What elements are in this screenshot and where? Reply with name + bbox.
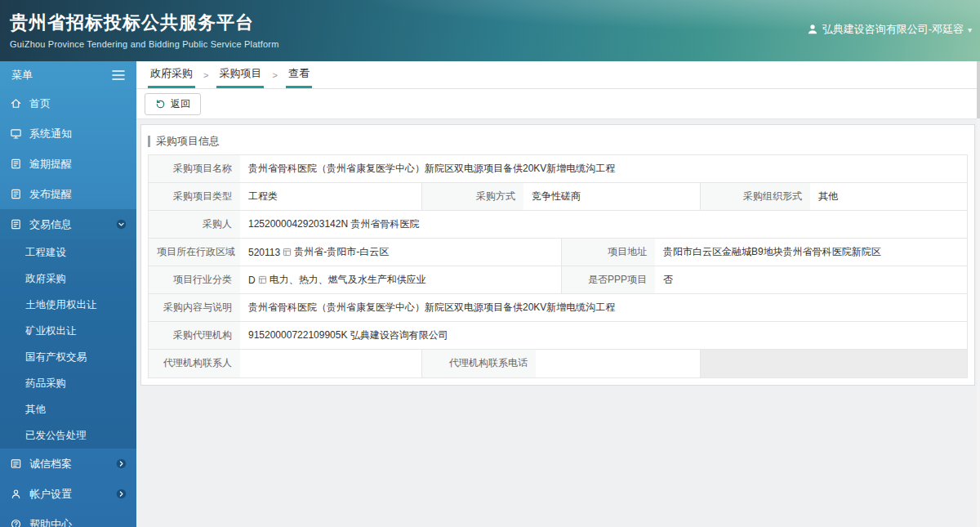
chevron-right-circle-icon: [116, 458, 127, 469]
sidebar-item-label: 首页: [29, 96, 51, 111]
breadcrumb-separator: >: [272, 61, 277, 88]
sidebar-item-label: 发布提醒: [29, 187, 72, 202]
content-description-value: 贵州省骨科医院（贵州省康复医学中心）新院区双电源项目备供20KV新增电缆沟工程: [240, 294, 967, 321]
user-menu[interactable]: 弘典建设咨询有限公司-邓廷容 ▾: [807, 22, 972, 37]
submenu-item-drug-procurement[interactable]: 药品采购: [0, 370, 136, 396]
submenu-item-published-notices[interactable]: 已发公告处理: [0, 422, 136, 449]
chevron-down-circle-icon: [116, 219, 127, 230]
organization-form-value: 其他: [810, 183, 967, 210]
table-row: 采购人 12520000429203142N 贵州省骨科医院: [149, 211, 967, 239]
sidebar-item-label: 帐户设置: [29, 487, 72, 502]
industry-code: D: [248, 275, 256, 286]
app-header: 贵州省招标投标公共服务平台 GuiZhou Province Tendering…: [0, 0, 980, 61]
scrollbar-thumb[interactable]: [977, 61, 980, 118]
industry-value: D 电力、热力、燃气及水生产和供应业: [240, 266, 561, 293]
sidebar-item-credit-archive[interactable]: 诚信档案: [0, 449, 136, 479]
caret-down-icon: ▾: [968, 25, 972, 34]
home-icon: [10, 97, 22, 109]
buyer-value: 12520000429203142N 贵州省骨科医院: [240, 211, 967, 238]
sidebar-item-home[interactable]: 首页: [0, 88, 136, 118]
table-row: 采购项目类型 工程类 采购方式 竞争性磋商 采购组织形式 其他: [149, 183, 967, 211]
help-icon: [10, 518, 22, 527]
breadcrumb-procurement-project[interactable]: 采购项目: [216, 61, 264, 88]
submenu-item-other[interactable]: 其他: [0, 396, 136, 422]
sidebar-item-label: 帮助中心: [29, 517, 72, 527]
sidebar-item-overdue-reminder[interactable]: 逾期提醒: [0, 149, 136, 179]
field-label: 是否PPP项目: [561, 266, 655, 293]
field-label: 采购项目名称: [149, 155, 240, 182]
sidebar-item-label: 系统通知: [29, 127, 72, 141]
project-name-value: 贵州省骨科医院（贵州省康复医学中心）新院区双电源项目备供20KV新增电缆沟工程: [240, 155, 967, 182]
sidebar-item-label: 逾期提醒: [29, 157, 72, 172]
submenu-item-state-property[interactable]: 国有产权交易: [0, 344, 136, 370]
submenu-item-land-use[interactable]: 土地使用权出让: [0, 292, 136, 318]
document-icon: [10, 218, 22, 230]
field-label: 采购代理机构: [149, 322, 240, 349]
title-marker: [148, 136, 150, 147]
industry-text: 电力、热力、燃气及水生产和供应业: [270, 273, 426, 287]
hamburger-icon[interactable]: [112, 69, 125, 81]
submenu-item-engineering[interactable]: 工程建设: [0, 239, 136, 266]
monitor-icon: [10, 127, 22, 140]
sidebar-item-publish-reminder[interactable]: 发布提醒: [0, 179, 136, 209]
back-button[interactable]: 返回: [145, 93, 201, 115]
list-icon: [10, 458, 22, 470]
lookup-icon: [283, 248, 292, 257]
breadcrumb-view[interactable]: 查看: [286, 61, 312, 88]
region-text: 贵州省-贵阳市-白云区: [294, 245, 389, 259]
project-type-value: 工程类: [240, 183, 421, 210]
panel-title: 采购项目信息: [148, 132, 968, 151]
sidebar-item-trade-info[interactable]: 交易信息: [0, 209, 136, 239]
breadcrumb: 政府采购 > 采购项目 > 查看: [136, 61, 980, 89]
table-row: 采购项目名称 贵州省骨科医院（贵州省康复医学中心）新院区双电源项目备供20KV新…: [149, 155, 967, 183]
document-icon: [10, 158, 22, 170]
scrollbar[interactable]: [977, 61, 980, 527]
breadcrumb-gov-procurement[interactable]: 政府采购: [148, 61, 195, 88]
region-code: 520113: [248, 247, 280, 258]
submenu-item-gov-procurement[interactable]: 政府采购: [0, 266, 136, 292]
person-icon: [10, 488, 22, 500]
user-name: 弘典建设咨询有限公司-邓廷容: [822, 22, 964, 37]
field-label: 项目地址: [561, 239, 655, 266]
procurement-method-value: 竞争性磋商: [523, 183, 700, 210]
content: 采购项目信息 采购项目名称 贵州省骨科医院（贵州省康复医学中心）新院区双电源项目…: [136, 119, 980, 527]
sidebar-item-help-center[interactable]: 帮助中心: [0, 509, 136, 527]
trade-info-submenu: 工程建设 政府采购 土地使用权出让 矿业权出让 国有产权交易 药品采购 其他 已…: [0, 239, 136, 449]
field-label: 采购人: [149, 211, 240, 238]
sidebar-item-label: 交易信息: [29, 217, 72, 232]
table-row: 代理机构联系人 代理机构联系电话: [149, 350, 967, 377]
back-button-label: 返回: [171, 97, 190, 111]
table-row: 采购内容与说明 贵州省骨科医院（贵州省康复医学中心）新院区双电源项目备供20KV…: [149, 294, 967, 322]
agency-phone-value: [536, 350, 700, 377]
project-detail-table: 采购项目名称 贵州省骨科医院（贵州省康复医学中心）新院区双电源项目备供20KV新…: [148, 154, 968, 378]
panel-title-text: 采购项目信息: [156, 134, 220, 149]
field-label: 采购项目类型: [149, 183, 240, 210]
sidebar-item-label: 诚信档案: [29, 457, 72, 471]
sidebar: 菜单 首页 系统通知 逾期提醒 发: [0, 61, 136, 527]
field-label: 代理机构联系人: [149, 350, 240, 377]
field-label: 代理机构联系电话: [421, 350, 536, 377]
chevron-right-circle-icon: [116, 489, 127, 499]
region-value: 520113 贵州省-贵阳市-白云区: [240, 239, 561, 266]
field-label: 采购组织形式: [700, 183, 810, 210]
sidebar-menu-header: 菜单: [0, 61, 136, 88]
breadcrumb-separator: >: [203, 61, 208, 88]
table-row: 采购代理机构 91520000722109905K 弘典建设咨询有限公司: [149, 322, 967, 350]
field-label: 项目所在行政区域: [149, 239, 240, 266]
back-icon: [155, 99, 166, 109]
field-label: 采购方式: [421, 183, 523, 210]
field-label: 项目行业分类: [149, 266, 240, 293]
field-label: 采购内容与说明: [149, 294, 240, 321]
ppp-value: 否: [655, 266, 967, 293]
document-icon: [10, 188, 22, 200]
project-address-value: 贵阳市白云区金融城B9地块贵州省骨科医院新院区: [655, 239, 967, 266]
toolbar: 返回: [136, 89, 980, 119]
main-area: 政府采购 > 采购项目 > 查看 返回 采购项目信息: [136, 61, 980, 527]
sidebar-item-notifications[interactable]: 系统通知: [0, 118, 136, 149]
lookup-icon: [258, 275, 267, 284]
agency-contact-value: [240, 350, 421, 377]
table-row: 项目行业分类 D 电力、热力、燃气及水生产和供应业 是否PPP项目 否: [149, 266, 967, 294]
submenu-item-mining-rights[interactable]: 矿业权出让: [0, 318, 136, 344]
user-icon: [807, 24, 818, 35]
sidebar-item-account-settings[interactable]: 帐户设置: [0, 479, 136, 509]
